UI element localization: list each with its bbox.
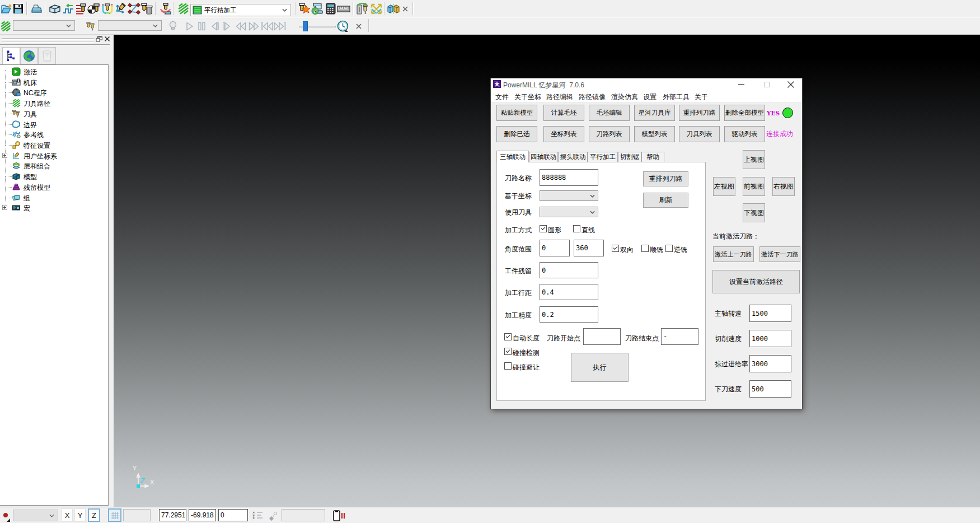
tree-item-nc-programs[interactable]: NC程序 — [0, 87, 108, 98]
delete-toolpath-icon[interactable] — [140, 2, 153, 16]
device-status-icon[interactable] — [332, 510, 347, 523]
menu-render-simulate[interactable]: 渲染仿真 — [611, 92, 638, 102]
view-bottom-button[interactable]: 下视图 — [743, 203, 765, 222]
dialog-titlebar[interactable]: PowerMILL 忆梦星河 7.0.6 — [491, 78, 802, 90]
tab-explorer-tree[interactable] — [2, 47, 20, 64]
expand-icon[interactable] — [2, 153, 7, 158]
tree-item-workplanes[interactable]: 用户坐标系 — [0, 151, 108, 161]
save-file-icon[interactable] — [11, 2, 25, 16]
model-list-button[interactable]: 模型列表 — [634, 126, 675, 142]
tab-recycle-bin[interactable] — [38, 47, 56, 64]
menu-path-mirror[interactable]: 路径镜像 — [579, 92, 606, 102]
tree-item-groups[interactable]: 组 — [0, 193, 108, 203]
cutting-feed-input[interactable]: 1000 — [749, 330, 791, 347]
conventional-checkbox[interactable] — [665, 245, 673, 252]
coord-x-field[interactable]: 77.2951 — [159, 509, 186, 521]
step-back-icon[interactable] — [208, 19, 221, 33]
close-button[interactable] — [782, 78, 799, 90]
climb-checkbox[interactable] — [641, 245, 649, 252]
rapid-move-heights-icon[interactable] — [62, 2, 75, 16]
workplane-indicator-icon[interactable] — [268, 511, 279, 522]
activate-prev-toolpath-button[interactable]: 激活上一刀路 — [713, 246, 754, 262]
tree-item-macros[interactable]: 宏 — [0, 203, 108, 213]
tolerance-input[interactable]: 0.2 — [540, 306, 598, 323]
tool-list-button[interactable]: 刀具列表 — [679, 126, 720, 142]
axis-z-button[interactable]: Z — [88, 508, 100, 522]
stock-left-input[interactable]: 0 — [540, 262, 598, 278]
activate-next-toolpath-button[interactable]: 激活下一刀路 — [759, 246, 800, 262]
mirror-blocks-icon[interactable] — [387, 2, 400, 16]
delete-all-models-button[interactable]: 删除全部模型 — [724, 105, 765, 121]
panel-close-icon[interactable] — [104, 36, 110, 42]
grid-snap-button[interactable] — [108, 508, 121, 522]
paste-new-model-button[interactable]: 粘贴新模型 — [496, 105, 537, 121]
pattern-icon[interactable] — [127, 2, 140, 16]
skim-feed-input[interactable]: 3000 — [749, 355, 791, 372]
stepover-input[interactable]: 0.4 — [540, 284, 598, 300]
verify-toolpath-icon[interactable] — [311, 2, 324, 16]
fast-forward-icon[interactable] — [247, 19, 260, 33]
tree-item-feature-sets[interactable]: 特征设置 — [0, 140, 108, 151]
tree-item-models[interactable]: 模型 — [0, 171, 108, 182]
view-left-button[interactable]: 左视图 — [713, 177, 735, 196]
simulation-speed-slider-handle[interactable] — [303, 21, 308, 31]
pause-icon[interactable] — [195, 19, 208, 33]
auto-length-checkbox[interactable] — [504, 333, 512, 340]
tool-change-icon[interactable] — [355, 2, 369, 16]
simulation-tool-combobox[interactable] — [98, 20, 162, 31]
plunge-feed-input[interactable]: 500 — [749, 380, 791, 398]
refresh-button[interactable]: 刷新 — [643, 193, 688, 208]
angle-end-input[interactable]: 360 — [574, 240, 604, 256]
rewind-icon[interactable] — [234, 19, 247, 33]
tree-item-patterns[interactable]: 参考线 — [0, 129, 108, 140]
toolbar-close-icon[interactable] — [400, 2, 410, 16]
tab-4axis[interactable]: 四轴联动 — [529, 152, 558, 162]
light-bulb-icon[interactable] — [166, 19, 180, 33]
status-workplane-combobox[interactable] — [13, 510, 58, 521]
coord-list-icon[interactable]: xyz — [252, 511, 264, 522]
stock-edit-button[interactable]: 毛坯编辑 — [589, 105, 630, 121]
tab-swivel-head[interactable]: 摆头联动 — [558, 152, 588, 162]
toolbar-close-icon[interactable] — [354, 19, 364, 33]
menu-settings[interactable]: 设置 — [643, 92, 657, 102]
status-info-field[interactable] — [282, 509, 325, 521]
coord-z-field[interactable]: 0 — [218, 509, 248, 521]
tab-saw[interactable]: 切割锯 — [618, 152, 641, 162]
tree-item-stock-models[interactable]: 残留模型 — [0, 182, 108, 193]
clock-icon[interactable] — [336, 19, 349, 33]
line-checkbox[interactable] — [573, 225, 580, 232]
coord-y-field[interactable]: -69.918 — [189, 509, 216, 521]
status-menu-button[interactable] — [1, 508, 11, 522]
tools-icon[interactable] — [85, 19, 98, 33]
maximize-button[interactable] — [758, 78, 775, 90]
reorder-toolpaths-button[interactable]: 重排列刀路 — [679, 105, 720, 121]
tree-item-toolpaths[interactable]: 刀具路径 — [0, 98, 108, 109]
menu-about-coords[interactable]: 关于坐标 — [514, 92, 541, 102]
toolpath-logo-icon[interactable] — [0, 19, 12, 33]
execute-button[interactable]: 执行 — [571, 353, 629, 382]
tree-item-levels-sets[interactable]: 层和组合 — [0, 161, 108, 171]
axis-x-button[interactable]: X — [62, 508, 73, 522]
coord-list-button[interactable]: 坐标列表 — [543, 126, 584, 142]
circular-checkbox[interactable] — [540, 225, 547, 232]
panel-float-icon[interactable] — [96, 36, 102, 42]
toolpath-logo-icon[interactable] — [176, 2, 190, 16]
print-icon[interactable] — [30, 2, 43, 16]
start-point-input[interactable] — [583, 328, 621, 345]
axis-y-button[interactable]: Y — [74, 508, 86, 522]
view-front-button[interactable]: 前视图 — [743, 177, 765, 196]
expand-icon[interactable] — [2, 205, 7, 210]
go-to-start-icon[interactable] — [260, 19, 274, 33]
tool-axis-icon[interactable] — [114, 2, 128, 16]
tab-parallel[interactable]: 平行加工 — [588, 152, 618, 162]
reorder-button[interactable]: 重排列刀路 — [643, 171, 688, 186]
menu-file[interactable]: 文件 — [495, 92, 509, 102]
calculator-icon[interactable] — [324, 2, 337, 16]
step-forward-icon[interactable] — [221, 19, 234, 33]
menu-about[interactable]: 关于 — [695, 92, 708, 102]
set-current-path-button[interactable]: 设置当前激活路径 — [712, 270, 800, 293]
spindle-speed-input[interactable]: 1500 — [749, 305, 791, 322]
tab-help[interactable]: 帮助 — [641, 152, 664, 162]
use-tool-combobox[interactable] — [540, 207, 598, 217]
explorer-header[interactable] — [0, 35, 110, 44]
